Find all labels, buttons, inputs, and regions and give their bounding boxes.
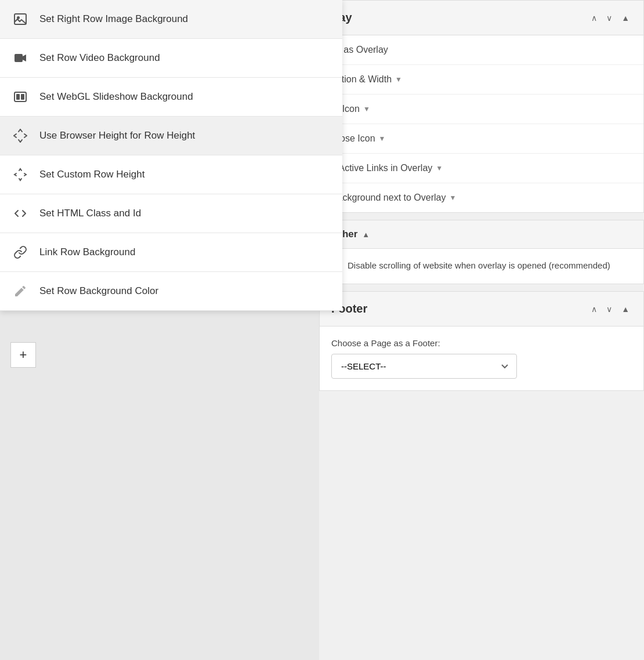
overlay-row-background-next[interactable]: Background next to Overlay ▼	[320, 183, 643, 212]
menu-item-label: Set WebGL Slideshow Background	[39, 91, 193, 103]
row-label: Background next to Overlay ▼	[331, 193, 456, 203]
other-section: Other ▲ Disable scrolling of website whe…	[319, 220, 644, 284]
svg-rect-2	[15, 54, 23, 62]
overlay-move-up-button[interactable]: ∧	[589, 12, 599, 24]
custom-height-icon	[12, 166, 29, 183]
menu-item-set-html-class[interactable]: Set HTML Class and Id	[0, 194, 342, 233]
dropdown-menu: Set Right Row Image Background Set Row V…	[0, 0, 342, 311]
overlay-section-controls: ∧ ∨ ▲	[589, 12, 632, 24]
image-icon	[12, 10, 29, 28]
menu-item-set-row-video[interactable]: Set Row Video Background	[0, 39, 342, 78]
menu-item-label: Set Row Video Background	[39, 52, 160, 64]
footer-select-label: Choose a Page as a Footer:	[331, 338, 632, 348]
other-section-header: Other ▲	[320, 220, 643, 249]
menu-item-use-browser-height[interactable]: Use Browser Height for Row Height	[0, 117, 342, 155]
overlay-row-active-links[interactable]: e Active Links in Overlay ▼	[320, 154, 643, 183]
other-collapse-icon[interactable]: ▲	[362, 230, 370, 239]
footer-move-up-button[interactable]: ∧	[589, 303, 599, 315]
video-icon	[12, 49, 29, 67]
svg-rect-5	[21, 94, 24, 100]
menu-item-label: Set Row Background Color	[39, 285, 158, 297]
overlay-row-animation-width[interactable]: nation & Width ▼	[320, 65, 643, 95]
overlay-collapse-button[interactable]: ▲	[619, 12, 632, 24]
footer-collapse-button[interactable]: ▲	[619, 303, 632, 315]
html-icon	[12, 205, 29, 222]
link-icon	[12, 244, 29, 261]
overlay-move-down-button[interactable]: ∨	[604, 12, 614, 24]
overlay-row-close-icon[interactable]: Close Icon ▼	[320, 124, 643, 154]
menu-item-label: Set Right Row Image Background	[39, 13, 188, 25]
plus-icon: +	[20, 347, 27, 362]
chevron-down-icon: ▼	[379, 135, 386, 143]
menu-item-set-right-row-image[interactable]: Set Right Row Image Background	[0, 0, 342, 39]
chevron-down-icon: ▼	[363, 105, 370, 113]
menu-item-set-webgl[interactable]: Set WebGL Slideshow Background	[0, 78, 342, 117]
overlay-section: rlay ∧ ∨ ▲ se as Overlay nation & Width …	[319, 0, 644, 213]
footer-page-select[interactable]: --SELECT--	[331, 354, 517, 379]
slideshow-icon	[12, 88, 29, 106]
footer-section-body: Choose a Page as a Footer: --SELECT--	[320, 327, 643, 390]
disable-scrolling-container: Disable scrolling of website when overla…	[331, 260, 610, 272]
menu-item-link-row-background[interactable]: Link Row Background	[0, 233, 342, 272]
browser-height-icon	[12, 127, 29, 144]
footer-section-controls: ∧ ∨ ▲	[589, 303, 632, 315]
menu-item-label: Use Browser Height for Row Height	[39, 130, 195, 142]
row-label: e Active Links in Overlay ▼	[331, 163, 443, 173]
color-icon	[12, 282, 29, 300]
svg-rect-4	[16, 94, 20, 100]
footer-section-header: Footer ∧ ∨ ▲	[320, 292, 643, 327]
chevron-down-icon: ▼	[449, 194, 456, 202]
overlay-row-er-icon[interactable]: er Icon ▼	[320, 95, 643, 124]
footer-move-down-button[interactable]: ∨	[604, 303, 614, 315]
other-section-body: Disable scrolling of website when overla…	[320, 249, 643, 284]
menu-item-set-row-background-color[interactable]: Set Row Background Color	[0, 272, 342, 311]
disable-scrolling-label: Disable scrolling of website when overla…	[348, 260, 610, 270]
menu-item-label: Link Row Background	[39, 246, 135, 258]
chevron-down-icon: ▼	[395, 75, 402, 84]
menu-item-label: Set HTML Class and Id	[39, 208, 141, 219]
right-panel: rlay ∧ ∨ ▲ se as Overlay nation & Width …	[319, 0, 644, 660]
menu-item-label: Set Custom Row Height	[39, 169, 144, 180]
menu-item-set-custom-row-height[interactable]: Set Custom Row Height	[0, 155, 342, 194]
chevron-down-icon: ▼	[436, 164, 443, 172]
overlay-row-use-as-overlay[interactable]: se as Overlay	[320, 35, 643, 65]
overlay-section-header: rlay ∧ ∨ ▲	[320, 1, 643, 35]
add-row-button[interactable]: +	[10, 342, 36, 368]
footer-section: Footer ∧ ∨ ▲ Choose a Page as a Footer: …	[319, 291, 644, 391]
